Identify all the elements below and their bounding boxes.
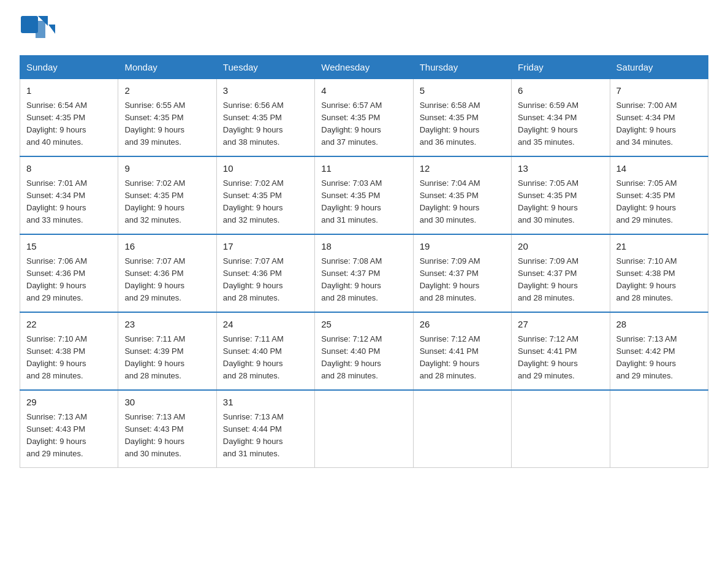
header-cell-thursday: Thursday	[413, 56, 511, 79]
day-number: 28	[616, 318, 702, 332]
day-info: Sunrise: 7:07 AMSunset: 4:36 PMDaylight:…	[223, 255, 308, 305]
week-row-2: 8Sunrise: 7:01 AMSunset: 4:34 PMDaylight…	[20, 156, 708, 234]
calendar-cell: 29Sunrise: 7:13 AMSunset: 4:43 PMDayligh…	[20, 390, 118, 468]
day-number: 22	[26, 318, 112, 332]
calendar-cell: 1Sunrise: 6:54 AMSunset: 4:35 PMDaylight…	[20, 79, 118, 157]
calendar-cell: 17Sunrise: 7:07 AMSunset: 4:36 PMDayligh…	[216, 234, 314, 312]
day-info: Sunrise: 6:58 AMSunset: 4:35 PMDaylight:…	[420, 99, 505, 149]
day-info: Sunrise: 7:05 AMSunset: 4:35 PMDaylight:…	[616, 177, 702, 227]
day-number: 17	[223, 240, 308, 254]
day-number: 14	[616, 162, 702, 176]
day-info: Sunrise: 7:00 AMSunset: 4:34 PMDaylight:…	[616, 99, 702, 149]
day-number: 6	[518, 84, 603, 98]
day-number: 9	[124, 162, 210, 176]
calendar-cell: 13Sunrise: 7:05 AMSunset: 4:35 PMDayligh…	[512, 156, 610, 234]
day-info: Sunrise: 7:04 AMSunset: 4:35 PMDaylight:…	[420, 177, 505, 227]
day-number: 15	[26, 240, 112, 254]
day-info: Sunrise: 7:09 AMSunset: 4:37 PMDaylight:…	[518, 255, 603, 305]
day-info: Sunrise: 7:02 AMSunset: 4:35 PMDaylight:…	[223, 177, 308, 227]
day-number: 11	[321, 162, 406, 176]
day-info: Sunrise: 7:13 AMSunset: 4:43 PMDaylight:…	[26, 411, 112, 461]
calendar-cell: 11Sunrise: 7:03 AMSunset: 4:35 PMDayligh…	[315, 156, 413, 234]
day-number: 5	[420, 84, 505, 98]
calendar-cell: 7Sunrise: 7:00 AMSunset: 4:34 PMDaylight…	[610, 79, 708, 157]
calendar-cell: 26Sunrise: 7:12 AMSunset: 4:41 PMDayligh…	[413, 312, 511, 390]
day-info: Sunrise: 7:02 AMSunset: 4:35 PMDaylight:…	[124, 177, 210, 227]
week-row-3: 15Sunrise: 7:06 AMSunset: 4:36 PMDayligh…	[20, 234, 708, 312]
week-row-4: 22Sunrise: 7:10 AMSunset: 4:38 PMDayligh…	[20, 312, 708, 390]
header-cell-sunday: Sunday	[20, 56, 118, 79]
day-number: 19	[420, 240, 505, 254]
day-number: 29	[26, 396, 112, 410]
day-number: 27	[518, 318, 603, 332]
day-number: 12	[420, 162, 505, 176]
calendar-cell: 23Sunrise: 7:11 AMSunset: 4:39 PMDayligh…	[118, 312, 216, 390]
day-number: 3	[223, 84, 308, 98]
day-info: Sunrise: 7:11 AMSunset: 4:39 PMDaylight:…	[124, 333, 210, 383]
header-cell-tuesday: Tuesday	[216, 56, 314, 79]
day-info: Sunrise: 7:06 AMSunset: 4:36 PMDaylight:…	[26, 255, 112, 305]
day-number: 30	[124, 396, 210, 410]
day-number: 20	[518, 240, 603, 254]
logo-icon	[20, 15, 48, 43]
svg-marker-1	[36, 21, 45, 38]
page-header	[20, 15, 708, 43]
calendar-cell: 18Sunrise: 7:08 AMSunset: 4:37 PMDayligh…	[315, 234, 413, 312]
logo	[20, 15, 55, 43]
header-row: SundayMondayTuesdayWednesdayThursdayFrid…	[20, 56, 708, 79]
day-number: 31	[223, 396, 308, 410]
day-number: 25	[321, 318, 406, 332]
header-cell-wednesday: Wednesday	[315, 56, 413, 79]
day-info: Sunrise: 6:56 AMSunset: 4:35 PMDaylight:…	[223, 99, 308, 149]
calendar-cell: 24Sunrise: 7:11 AMSunset: 4:40 PMDayligh…	[216, 312, 314, 390]
day-number: 7	[616, 84, 702, 98]
calendar-cell	[315, 390, 413, 468]
calendar-cell: 20Sunrise: 7:09 AMSunset: 4:37 PMDayligh…	[512, 234, 610, 312]
day-info: Sunrise: 7:13 AMSunset: 4:43 PMDaylight:…	[124, 411, 210, 461]
calendar-cell: 30Sunrise: 7:13 AMSunset: 4:43 PMDayligh…	[118, 390, 216, 468]
day-info: Sunrise: 7:09 AMSunset: 4:37 PMDaylight:…	[420, 255, 505, 305]
day-info: Sunrise: 7:03 AMSunset: 4:35 PMDaylight:…	[321, 177, 406, 227]
calendar-cell	[610, 390, 708, 468]
day-number: 16	[124, 240, 210, 254]
header-cell-friday: Friday	[512, 56, 610, 79]
calendar-cell: 31Sunrise: 7:13 AMSunset: 4:44 PMDayligh…	[216, 390, 314, 468]
day-info: Sunrise: 6:55 AMSunset: 4:35 PMDaylight:…	[124, 99, 210, 149]
calendar-table: SundayMondayTuesdayWednesdayThursdayFrid…	[20, 55, 708, 468]
day-number: 23	[124, 318, 210, 332]
calendar-cell: 27Sunrise: 7:12 AMSunset: 4:41 PMDayligh…	[512, 312, 610, 390]
day-number: 24	[223, 318, 308, 332]
day-info: Sunrise: 7:12 AMSunset: 4:40 PMDaylight:…	[321, 333, 406, 383]
calendar-cell: 5Sunrise: 6:58 AMSunset: 4:35 PMDaylight…	[413, 79, 511, 157]
calendar-cell: 4Sunrise: 6:57 AMSunset: 4:35 PMDaylight…	[315, 79, 413, 157]
day-info: Sunrise: 7:10 AMSunset: 4:38 PMDaylight:…	[26, 333, 112, 383]
day-number: 18	[321, 240, 406, 254]
day-info: Sunrise: 7:13 AMSunset: 4:44 PMDaylight:…	[223, 411, 308, 461]
calendar-cell: 8Sunrise: 7:01 AMSunset: 4:34 PMDaylight…	[20, 156, 118, 234]
day-info: Sunrise: 7:01 AMSunset: 4:34 PMDaylight:…	[26, 177, 112, 227]
calendar-cell: 2Sunrise: 6:55 AMSunset: 4:35 PMDaylight…	[118, 79, 216, 157]
week-row-5: 29Sunrise: 7:13 AMSunset: 4:43 PMDayligh…	[20, 390, 708, 468]
day-info: Sunrise: 7:05 AMSunset: 4:35 PMDaylight:…	[518, 177, 603, 227]
day-number: 26	[420, 318, 505, 332]
day-number: 8	[26, 162, 112, 176]
header-cell-monday: Monday	[118, 56, 216, 79]
day-info: Sunrise: 6:57 AMSunset: 4:35 PMDaylight:…	[321, 99, 406, 149]
day-number: 4	[321, 84, 406, 98]
day-info: Sunrise: 6:54 AMSunset: 4:35 PMDaylight:…	[26, 99, 112, 149]
svg-rect-0	[21, 16, 38, 33]
day-number: 2	[124, 84, 210, 98]
day-number: 1	[26, 84, 112, 98]
calendar-cell: 15Sunrise: 7:06 AMSunset: 4:36 PMDayligh…	[20, 234, 118, 312]
calendar-cell: 6Sunrise: 6:59 AMSunset: 4:34 PMDaylight…	[512, 79, 610, 157]
day-info: Sunrise: 7:07 AMSunset: 4:36 PMDaylight:…	[124, 255, 210, 305]
calendar-cell: 3Sunrise: 6:56 AMSunset: 4:35 PMDaylight…	[216, 79, 314, 157]
day-info: Sunrise: 7:12 AMSunset: 4:41 PMDaylight:…	[518, 333, 603, 383]
calendar-cell: 12Sunrise: 7:04 AMSunset: 4:35 PMDayligh…	[413, 156, 511, 234]
calendar-cell: 21Sunrise: 7:10 AMSunset: 4:38 PMDayligh…	[610, 234, 708, 312]
day-number: 10	[223, 162, 308, 176]
calendar-cell: 14Sunrise: 7:05 AMSunset: 4:35 PMDayligh…	[610, 156, 708, 234]
calendar-cell: 22Sunrise: 7:10 AMSunset: 4:38 PMDayligh…	[20, 312, 118, 390]
calendar-header: SundayMondayTuesdayWednesdayThursdayFrid…	[20, 56, 708, 79]
day-info: Sunrise: 7:08 AMSunset: 4:37 PMDaylight:…	[321, 255, 406, 305]
